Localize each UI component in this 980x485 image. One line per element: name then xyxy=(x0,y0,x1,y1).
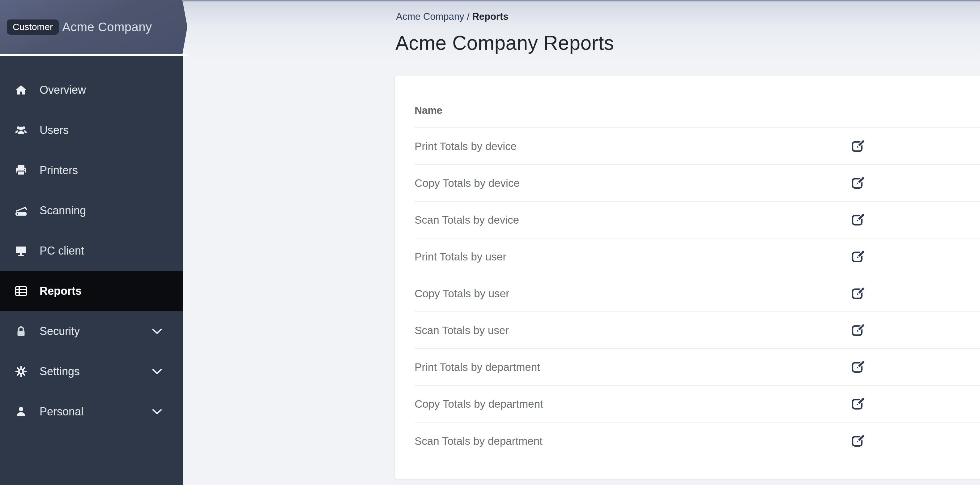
customer-banner: Customer Acme Company xyxy=(0,0,188,54)
breadcrumb-parent-link[interactable]: Acme Company xyxy=(396,11,465,22)
table-row: Scan Totals by device xyxy=(415,202,980,238)
edit-report-button[interactable] xyxy=(851,139,865,153)
chevron-down-icon xyxy=(151,367,163,375)
sidebar-item-overview[interactable]: Overview xyxy=(0,70,183,110)
sidebar-item-label: Personal xyxy=(40,405,83,418)
edit-icon xyxy=(851,176,865,190)
company-name: Acme Company xyxy=(62,20,152,34)
report-name: Copy Totals by department xyxy=(415,398,851,410)
chevron-down-icon xyxy=(151,408,163,416)
sidebar-item-reports[interactable]: Reports xyxy=(0,271,183,311)
table-row: Print Totals by user xyxy=(415,238,980,275)
sidebar-item-scanning[interactable]: Scanning xyxy=(0,190,183,231)
printer-icon xyxy=(14,164,28,177)
breadcrumb-current: Reports xyxy=(472,11,508,22)
report-name: Scan Totals by device xyxy=(415,214,851,226)
sidebar-item-label: Printers xyxy=(40,164,78,177)
report-name: Copy Totals by user xyxy=(415,287,851,300)
sidebar-item-label: Users xyxy=(40,124,68,137)
edit-report-button[interactable] xyxy=(851,286,865,301)
edit-icon xyxy=(851,397,865,411)
scanner-icon xyxy=(14,204,28,217)
edit-icon xyxy=(851,213,865,227)
edit-report-button[interactable] xyxy=(851,250,865,264)
report-name: Print Totals by user xyxy=(415,250,851,263)
edit-icon xyxy=(851,250,865,264)
sidebar-item-label: Settings xyxy=(40,365,80,378)
edit-report-button[interactable] xyxy=(851,213,865,227)
column-header-name: Name xyxy=(415,105,851,116)
table-row: Copy Totals by department xyxy=(415,386,980,423)
edit-icon xyxy=(851,434,865,448)
chevron-down-icon xyxy=(151,327,163,335)
reports-card: Name Print Totals by device Copy Totals … xyxy=(395,76,980,479)
edit-report-button[interactable] xyxy=(851,360,865,374)
table-row: Scan Totals by user xyxy=(415,312,980,349)
sidebar-item-pc-client[interactable]: PC client xyxy=(0,231,183,271)
report-name: Copy Totals by device xyxy=(415,177,851,189)
edit-icon xyxy=(851,323,865,337)
sidebar-item-label: Scanning xyxy=(40,204,86,217)
customer-badge: Customer xyxy=(7,19,59,35)
sidebar-item-printers[interactable]: Printers xyxy=(0,150,183,190)
sidebar-item-personal[interactable]: Personal xyxy=(0,392,183,432)
table-row: Scan Totals by department xyxy=(415,423,980,459)
content-area: Acme Company / Reports Acme Company Repo… xyxy=(183,0,980,485)
edit-report-button[interactable] xyxy=(851,397,865,411)
sidebar: Overview Users Printers Scanning PC clie… xyxy=(0,56,183,485)
table-list-icon xyxy=(14,284,28,298)
sidebar-nav: Overview Users Printers Scanning PC clie… xyxy=(0,56,183,432)
sidebar-item-security[interactable]: Security xyxy=(0,311,183,351)
desktop-icon xyxy=(14,244,28,258)
gear-icon xyxy=(14,365,28,378)
banner-underline xyxy=(0,54,188,56)
breadcrumb: Acme Company / Reports xyxy=(396,11,509,22)
report-name: Scan Totals by user xyxy=(415,324,851,337)
sidebar-item-label: Security xyxy=(40,325,80,338)
edit-icon xyxy=(851,286,865,301)
sidebar-item-users[interactable]: Users xyxy=(0,110,183,150)
report-name: Print Totals by device xyxy=(415,140,851,153)
lock-icon xyxy=(14,324,28,338)
sidebar-item-label: Overview xyxy=(40,83,86,97)
sidebar-item-label: Reports xyxy=(40,285,82,298)
sidebar-item-label: PC client xyxy=(40,244,84,257)
person-icon xyxy=(14,405,28,418)
report-name: Scan Totals by department xyxy=(415,435,851,447)
edit-report-button[interactable] xyxy=(851,176,865,190)
home-icon xyxy=(14,83,28,97)
users-icon xyxy=(14,123,28,137)
report-name: Print Totals by department xyxy=(415,361,851,373)
edit-report-button[interactable] xyxy=(851,323,865,337)
table-row: Print Totals by device xyxy=(415,128,980,165)
table-row: Copy Totals by user xyxy=(415,275,980,312)
table-row: Copy Totals by device xyxy=(415,165,980,202)
edit-icon xyxy=(851,139,865,153)
sidebar-item-settings[interactable]: Settings xyxy=(0,351,183,392)
edit-icon xyxy=(851,360,865,374)
table-header-row: Name xyxy=(415,93,980,128)
edit-report-button[interactable] xyxy=(851,434,865,448)
table-row: Print Totals by department xyxy=(415,349,980,386)
page-title: Acme Company Reports xyxy=(395,32,614,54)
